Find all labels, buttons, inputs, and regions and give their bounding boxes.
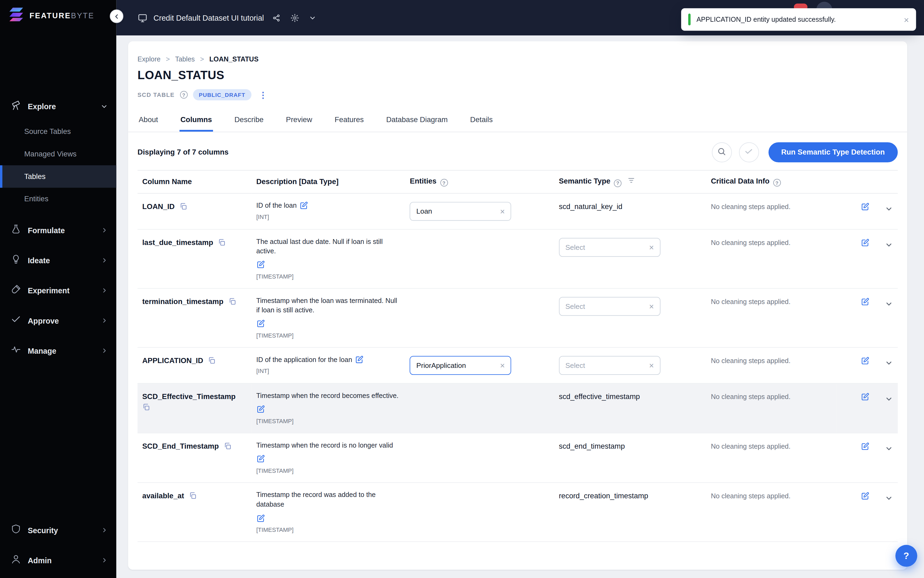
semantic-type-cell: scd_effective_timestamp <box>554 383 706 433</box>
sidebar-item-managed-views[interactable]: Managed Views <box>0 143 116 165</box>
tab-preview[interactable]: Preview <box>285 112 313 132</box>
edit-description-icon[interactable] <box>256 405 265 414</box>
sidebar-item-formulate[interactable]: Formulate <box>0 218 116 244</box>
clear-icon[interactable]: × <box>649 302 654 310</box>
chevron-down-icon <box>101 102 108 110</box>
copy-icon[interactable] <box>218 238 225 246</box>
column-name-label: APPLICATION_ID <box>142 357 203 365</box>
breadcrumb-item-explore[interactable]: Explore <box>138 55 161 63</box>
data-type-label: [INT] <box>256 368 400 374</box>
edit-row-icon[interactable] <box>861 297 869 306</box>
expand-row-icon[interactable] <box>885 241 893 249</box>
select-placeholder: Select <box>565 302 585 310</box>
expand-row-icon[interactable] <box>885 395 893 403</box>
semantic-type-value: record_creation_timestamp <box>559 492 648 500</box>
copy-icon[interactable] <box>142 403 150 411</box>
chevron-right-icon <box>101 317 108 324</box>
expand-row-icon[interactable] <box>885 445 893 453</box>
gear-icon[interactable] <box>290 13 300 22</box>
expand-row-icon[interactable] <box>885 205 893 213</box>
sidebar-item-experiment[interactable]: Experiment <box>0 278 116 304</box>
tab-database-diagram[interactable]: Database Diagram <box>385 112 449 132</box>
expand-row-icon[interactable] <box>885 359 893 367</box>
copy-icon[interactable] <box>189 492 197 500</box>
edit-description-icon[interactable] <box>256 514 265 523</box>
edit-description-icon[interactable] <box>256 260 265 269</box>
sidebar-item-approve[interactable]: Approve <box>0 307 116 334</box>
entities-cell: Loan× <box>405 193 554 229</box>
copy-icon[interactable] <box>208 357 216 364</box>
expand-row-icon[interactable] <box>885 300 893 308</box>
tab-details[interactable]: Details <box>469 112 494 132</box>
sidebar-item-entities[interactable]: Entities <box>0 188 116 210</box>
content-area: Explore>Tables>LOAN_STATUS LOAN_STATUS S… <box>116 36 924 578</box>
run-semantic-type-detection-button[interactable]: Run Semantic Type Detection <box>768 142 898 162</box>
expand-row-icon[interactable] <box>885 494 893 503</box>
kebab-menu-icon[interactable]: ⋮ <box>256 90 269 99</box>
close-icon[interactable]: × <box>904 15 909 24</box>
entity-select[interactable]: PriorApplication× <box>410 356 511 375</box>
entity-select[interactable]: Loan× <box>410 201 511 220</box>
sidebar-nav: Explore Source TablesManaged ViewsTables… <box>0 93 116 368</box>
edit-row-icon[interactable] <box>861 238 869 247</box>
collapse-sidebar-button[interactable] <box>110 10 123 23</box>
copy-icon[interactable] <box>224 442 231 450</box>
clear-icon[interactable]: × <box>649 361 654 370</box>
edit-row-icon[interactable] <box>861 202 869 211</box>
edit-description-icon[interactable] <box>354 356 363 364</box>
edit-row-icon[interactable] <box>861 357 869 365</box>
semantic-type-select[interactable]: Select× <box>559 297 660 315</box>
tab-features[interactable]: Features <box>334 112 365 132</box>
chevron-right-icon <box>101 526 108 533</box>
table-row: APPLICATION_IDID of the application for … <box>138 347 898 383</box>
copy-icon[interactable] <box>180 202 187 210</box>
help-icon[interactable]: ? <box>614 179 622 187</box>
semantic-type-select[interactable]: Select× <box>559 356 660 375</box>
sidebar-item-manage[interactable]: Manage <box>0 338 116 364</box>
edit-description-icon[interactable] <box>256 455 265 464</box>
sidebar-item-tables[interactable]: Tables <box>0 165 116 188</box>
column-name-label: available_at <box>142 492 184 500</box>
clear-icon[interactable]: × <box>500 361 505 370</box>
edit-row-icon[interactable] <box>861 442 869 451</box>
help-icon[interactable]: ? <box>440 179 448 187</box>
search-button[interactable] <box>712 142 732 162</box>
description-cell: Timestamp when the record becomes effect… <box>252 383 405 433</box>
column-name-label: SCD_Effective_Timestamp <box>142 393 235 401</box>
tab-about[interactable]: About <box>138 112 159 132</box>
edit-description-icon[interactable] <box>299 201 308 210</box>
help-icon[interactable]: ? <box>773 179 781 187</box>
page-title: LOAN_STATUS <box>138 68 898 82</box>
copy-icon[interactable] <box>228 297 236 305</box>
column-name-label: SCD_End_Timestamp <box>142 442 219 451</box>
row-controls-cell <box>837 193 898 229</box>
chevron-right-icon <box>101 557 108 564</box>
description-cell: Timestamp the record was added to the da… <box>252 483 405 542</box>
tab-describe[interactable]: Describe <box>233 112 264 132</box>
header-column-name: Column Name <box>138 170 252 193</box>
sidebar-item-source-tables[interactable]: Source Tables <box>0 120 116 143</box>
clear-icon[interactable]: × <box>649 243 654 251</box>
help-icon[interactable]: ? <box>180 91 188 99</box>
critical-data-info-text: No cleaning steps applied. <box>711 203 791 210</box>
edit-row-icon[interactable] <box>861 393 869 401</box>
validate-button[interactable] <box>739 142 759 162</box>
breadcrumb-item-tables[interactable]: Tables <box>175 55 195 63</box>
clear-icon[interactable]: × <box>500 207 505 215</box>
sidebar-item-explore[interactable]: Explore <box>0 93 116 119</box>
sidebar-item-ideate[interactable]: Ideate <box>0 247 116 273</box>
description-text: The actual last due date. Null if loan i… <box>256 238 383 254</box>
row-controls-cell <box>837 433 898 483</box>
chevron-down-icon[interactable] <box>309 14 316 22</box>
semantic-type-select[interactable]: Select× <box>559 238 660 257</box>
share-icon[interactable] <box>272 13 281 22</box>
description-text: Timestamp when the loan was terminated. … <box>256 297 397 313</box>
tab-columns[interactable]: Columns <box>179 112 213 132</box>
sidebar-item-admin[interactable]: Admin <box>0 547 116 573</box>
filter-icon[interactable] <box>627 177 635 184</box>
edit-description-icon[interactable] <box>256 320 265 328</box>
sidebar-item-security[interactable]: Security <box>0 517 116 543</box>
help-button[interactable]: ? <box>895 545 917 567</box>
column-description: The actual last due date. Null if loan i… <box>256 236 400 255</box>
edit-row-icon[interactable] <box>861 492 869 501</box>
